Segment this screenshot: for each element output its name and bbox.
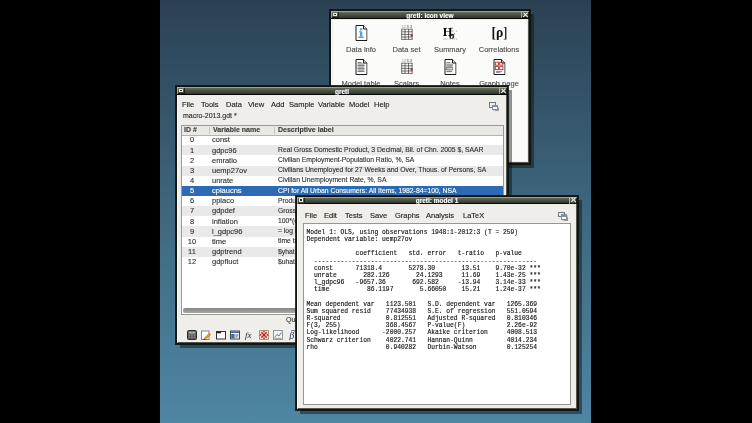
svg-text:3: 3 — [410, 60, 412, 64]
svg-text:fx: fx — [245, 330, 252, 340]
svg-text:σ: σ — [449, 30, 455, 41]
svg-text:[ρ]: [ρ] — [492, 25, 507, 40]
svg-text:β: β — [288, 330, 294, 340]
svg-text:3: 3 — [410, 25, 412, 29]
